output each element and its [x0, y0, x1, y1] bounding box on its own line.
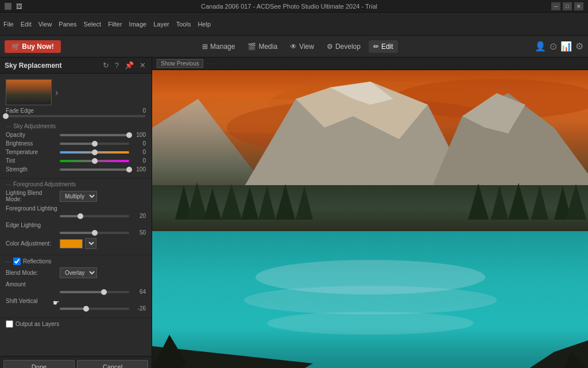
tab-manage[interactable]: ⊞ Manage — [198, 40, 239, 53]
brightness-value: 0 — [131, 140, 146, 147]
refresh-button[interactable]: ↻ — [102, 60, 110, 71]
opacity-value: 100 — [131, 132, 146, 138]
brightness-label: Brightness — [6, 140, 57, 147]
menu-file[interactable]: File — [3, 21, 14, 28]
menu-panes[interactable]: Panes — [59, 21, 76, 28]
brightness-slider[interactable] — [60, 143, 129, 145]
menubar: File Edit View Panes Select Filter Image… — [0, 13, 588, 36]
strength-label: Strength — [6, 166, 57, 172]
show-previous-button[interactable]: Show Previous — [157, 59, 203, 68]
temperature-value: 0 — [131, 149, 146, 155]
sky-selection-row: › — [0, 77, 152, 105]
edit-icon: ✏ — [373, 43, 379, 51]
reflections-section: — Reflections Blend Mode: Overlay Normal… — [0, 255, 152, 318]
view-icon: 👁 — [290, 43, 297, 51]
svg-point-29 — [267, 312, 474, 335]
output-layers-label[interactable]: Output as Layers — [6, 320, 146, 328]
amount-slider[interactable] — [60, 291, 129, 293]
tab-develop[interactable]: ⚙ Develop — [322, 40, 365, 53]
reflections-header: — Reflections — [6, 258, 146, 265]
panel-title: Sky Replacement — [5, 62, 61, 70]
menu-help[interactable]: Help — [198, 21, 211, 28]
reflections-checkbox[interactable] — [13, 258, 21, 265]
sky-replacement-panel: Sky Replacement ↻ ? 📌 ✕ › Fade Edge 0 — [0, 57, 152, 368]
shift-vertical-row: -26 — [6, 305, 146, 312]
output-layers-checkbox[interactable] — [6, 320, 13, 328]
opacity-label: Opacity — [6, 132, 57, 138]
strength-value: 100 — [131, 166, 146, 172]
edge-lighting-value: 50 — [131, 229, 146, 236]
tint-label: Tint — [6, 158, 57, 164]
cancel-button[interactable]: Cancel — [77, 360, 148, 368]
shift-vertical-value: -26 — [131, 305, 146, 312]
tint-slider[interactable] — [60, 160, 129, 162]
edge-lighting-slider[interactable] — [60, 232, 129, 234]
lighting-blend-label: Lighting Blend Mode: — [6, 190, 57, 202]
strength-row: Strength 100 — [6, 166, 146, 172]
opacity-row: Opacity 100 — [6, 132, 146, 138]
lighting-blend-row: Lighting Blend Mode: Multiply Normal Scr… — [6, 190, 146, 202]
menu-view[interactable]: View — [38, 21, 52, 28]
reflections-label: Reflections — [23, 258, 51, 264]
menu-image[interactable]: Image — [129, 21, 147, 28]
foreground-lighting-slider[interactable] — [60, 215, 129, 217]
settings-icon: ⚙ — [575, 41, 583, 52]
tab-view[interactable]: 👁 View — [285, 40, 319, 53]
pin-button[interactable]: 📌 — [123, 60, 135, 71]
foreground-adjustments-label: Foreground Adjustments — [6, 181, 146, 187]
photo-background — [152, 57, 588, 368]
panel-footer: Done Cancel — [0, 356, 152, 368]
brightness-row: Brightness 0 — [6, 140, 146, 147]
maximize-button[interactable]: □ — [563, 2, 572, 10]
fade-edge-value: 0 — [142, 108, 146, 114]
reflections-dash: — — [6, 259, 11, 264]
menu-edit[interactable]: Edit — [21, 21, 32, 28]
lighting-blend-select[interactable]: Multiply Normal Screen Overlay — [60, 191, 97, 202]
color-adjustment-row: Color Adjustment: ▾ — [6, 238, 146, 249]
actionbar: 🛒 Buy Now! ⊞ Manage 🎬 Media 👁 View ⚙ Dev… — [0, 36, 588, 57]
tab-media[interactable]: 🎬 Media — [243, 40, 282, 53]
menu-tools[interactable]: Tools — [176, 21, 191, 28]
menu-layer[interactable]: Layer — [153, 21, 169, 28]
panel-header: Sky Replacement ↻ ? 📌 ✕ — [0, 57, 152, 74]
blend-mode-select[interactable]: Overlay Normal Screen Multiply — [60, 267, 97, 278]
close-button[interactable]: ✕ — [574, 2, 583, 10]
share-icon: ⊙ — [550, 41, 557, 52]
panel-close-button[interactable]: ✕ — [138, 60, 147, 71]
foreground-adjustments-section: Foreground Adjustments Lighting Blend Mo… — [0, 179, 152, 255]
bar-chart-icon: 📊 — [560, 41, 572, 52]
media-icon: 🎬 — [247, 43, 256, 51]
tab-edit[interactable]: ✏ Edit — [369, 40, 398, 53]
photo-svg — [152, 70, 588, 368]
amount-label: Amount — [6, 281, 25, 288]
menu-filter[interactable]: Filter — [108, 21, 122, 28]
minimize-button[interactable]: ─ — [551, 2, 560, 10]
buy-now-button[interactable]: 🛒 Buy Now! — [5, 40, 61, 53]
temperature-slider[interactable] — [60, 151, 129, 154]
done-button[interactable]: Done — [3, 360, 75, 368]
shift-vertical-slider[interactable] — [60, 308, 129, 310]
fade-edge-slider[interactable] — [6, 115, 146, 117]
panel-scroll-content: › Fade Edge 0 Sky Adjustments — [0, 74, 152, 356]
shift-vertical-label: Shift Vertical — [6, 298, 38, 304]
chevron-right-icon: › — [55, 87, 58, 98]
help-button[interactable]: ? — [114, 60, 120, 71]
amount-row: 64 — [6, 289, 146, 295]
fade-edge-section: Fade Edge 0 — [0, 105, 152, 121]
opacity-slider[interactable] — [60, 134, 129, 136]
edge-lighting-row: 50 — [6, 229, 146, 236]
strength-slider[interactable] — [60, 168, 129, 171]
titlebar: 🖼 Canada 2006 017 - ACDSee Photo Studio … — [0, 0, 588, 13]
sky-adjustments-section: Sky Adjustments Opacity 100 Brightness — [0, 121, 152, 179]
output-layers-section: Output as Layers — [0, 318, 152, 330]
color-swatch[interactable] — [60, 239, 83, 248]
user-icon: 👤 — [535, 41, 546, 52]
menu-select[interactable]: Select — [84, 21, 102, 28]
sky-thumbnail[interactable] — [6, 79, 52, 105]
image-canvas: Show Previous ··· — [152, 57, 588, 368]
show-previous-bar: Show Previous ··· — [152, 57, 588, 70]
temperature-label: Temperature — [6, 149, 57, 155]
foreground-lighting-label: Foreground Lighting — [6, 205, 57, 212]
edge-lighting-label: Edge Lighting — [6, 222, 41, 228]
color-adjustment-dropdown[interactable]: ▾ — [85, 238, 96, 249]
